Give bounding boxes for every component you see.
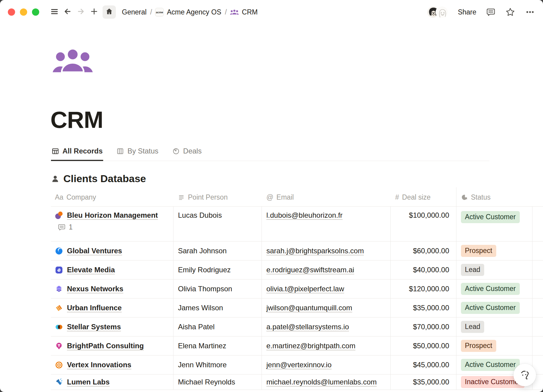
email-link[interactable]: jwilson@quantumquill.com xyxy=(266,304,352,312)
email-cell[interactable]: sarah.j@brightsparksolns.com xyxy=(262,242,390,260)
zoom-window-button[interactable] xyxy=(32,8,39,16)
page-icon-group[interactable] xyxy=(52,48,94,76)
deal-size-cell[interactable]: $100,000.00 xyxy=(390,207,456,241)
table-row[interactable]: Nexus Networks Olivia Thompson olivia.t@… xyxy=(51,279,543,298)
company-name-link[interactable]: Nexus Networks xyxy=(67,285,123,293)
table-row[interactable]: Vertex Innovations Jenn Whitmore jenn@ve… xyxy=(51,355,543,374)
point-person-cell[interactable]: James Wilson xyxy=(173,299,262,317)
company-name-link[interactable]: Vertex Innovations xyxy=(67,361,131,369)
company-cell[interactable]: Nexus Networks xyxy=(51,280,173,298)
home-button[interactable] xyxy=(103,5,116,19)
tab-all-records[interactable]: All Records xyxy=(51,147,103,161)
status-cell[interactable]: Active Customer xyxy=(456,207,532,241)
deal-size-cell[interactable]: $45,000.00 xyxy=(390,356,456,374)
company-name-link[interactable]: Bleu Horizon Management xyxy=(67,211,158,220)
breadcrumb-item-workspace[interactable]: Acme Agency OS xyxy=(167,8,221,16)
new-page-button[interactable] xyxy=(87,5,101,19)
share-button[interactable]: Share xyxy=(458,8,476,16)
deal-size-cell[interactable]: $70,000.00 xyxy=(390,318,456,336)
deal-size-cell[interactable]: $35,000.00 xyxy=(390,299,456,317)
comment-indicator[interactable]: 1 xyxy=(55,223,158,231)
email-link[interactable]: l.dubois@bleuhorizon.fr xyxy=(266,211,343,220)
table-row[interactable]: Lumen Labs Michael Reynolds michael.reyn… xyxy=(51,374,543,390)
status-cell[interactable]: Active Customer xyxy=(456,299,532,317)
tab-deals[interactable]: Deals xyxy=(172,147,202,161)
email-link[interactable]: sarah.j@brightsparksolns.com xyxy=(266,247,364,255)
status-cell[interactable]: Lead xyxy=(456,261,532,279)
point-person-cell[interactable]: Sarah Johnson xyxy=(173,242,262,260)
deal-size-cell[interactable]: $60,000.00 xyxy=(390,242,456,260)
breadcrumb-item-general[interactable]: General xyxy=(122,8,147,16)
deal-size-cell[interactable]: $35,000.00 xyxy=(390,375,456,390)
company-cell[interactable]: Stellar Systems xyxy=(51,318,173,336)
more-options-button[interactable] xyxy=(525,7,535,17)
email-cell[interactable]: jwilson@quantumquill.com xyxy=(262,299,390,317)
tab-label: Deals xyxy=(183,147,202,155)
status-cell[interactable]: Prospect xyxy=(456,242,532,260)
company-cell[interactable]: Global Ventures xyxy=(51,242,173,260)
company-name-link[interactable]: BrightPath Consulting xyxy=(67,342,144,350)
notion-ai-button[interactable] xyxy=(513,364,536,386)
status-cell[interactable]: Lead xyxy=(456,318,532,336)
table-row[interactable]: Bleu Horizon Management 1 Lucas Dubois l… xyxy=(51,206,543,241)
comments-button[interactable] xyxy=(486,7,496,17)
email-cell[interactable]: e.rodriguez@swiftstream.ai xyxy=(262,261,390,279)
status-cell[interactable]: Active Customer xyxy=(456,280,532,298)
email-cell[interactable]: jenn@vertexinnov.io xyxy=(262,356,390,374)
point-person-cell[interactable]: Jenn Whitmore xyxy=(173,356,262,374)
table-row[interactable]: Global Ventures Sarah Johnson sarah.j@br… xyxy=(51,241,543,260)
plus-icon xyxy=(90,7,98,17)
avatar[interactable] xyxy=(436,6,448,18)
company-cell[interactable]: Lumen Labs xyxy=(51,375,173,390)
table-row[interactable]: Stellar Systems Aisha Patel a.patel@stel… xyxy=(51,317,543,336)
company-cell[interactable]: BrightPath Consulting xyxy=(51,337,173,355)
company-name-link[interactable]: Elevate Media xyxy=(67,266,115,274)
company-cell[interactable]: Bleu Horizon Management 1 xyxy=(51,207,173,241)
company-name-link[interactable]: Global Ventures xyxy=(67,247,122,255)
breadcrumb-item-crm[interactable]: CRM xyxy=(242,8,258,16)
point-person-cell[interactable]: Olivia Thompson xyxy=(173,280,262,298)
email-cell[interactable]: olivia.t@pixelperfect.law xyxy=(262,280,390,298)
company-name-link[interactable]: Urban Influence xyxy=(67,304,122,312)
table-row[interactable]: Urban Influence James Wilson jwilson@qua… xyxy=(51,298,543,317)
forward-button[interactable] xyxy=(74,5,87,19)
column-header-deal-size[interactable]: # Deal size xyxy=(390,193,456,201)
deal-size-cell[interactable]: $40,000.00 xyxy=(390,261,456,279)
company-cell[interactable]: Elevate Media xyxy=(51,261,173,279)
back-button[interactable] xyxy=(61,5,74,19)
collaborator-avatars xyxy=(427,6,448,18)
column-header-status[interactable]: Status xyxy=(456,193,532,201)
deal-size-cell[interactable]: $50,000.00 xyxy=(390,337,456,355)
company-name-link[interactable]: Stellar Systems xyxy=(67,323,121,331)
status-cell[interactable]: Prospect xyxy=(456,337,532,355)
point-person-cell[interactable]: Emily Rodriguez xyxy=(173,261,262,279)
column-header-point-person[interactable]: Point Person xyxy=(173,193,262,201)
point-person-cell[interactable]: Lucas Dubois xyxy=(173,207,262,241)
point-person-cell[interactable]: Elena Martinez xyxy=(173,337,262,355)
company-cell[interactable]: Urban Influence xyxy=(51,299,173,317)
email-link[interactable]: e.martinez@brightpath.com xyxy=(266,342,355,350)
email-cell[interactable]: a.patel@stellarsystems.io xyxy=(262,318,390,336)
tab-by-status[interactable]: By Status xyxy=(116,147,159,161)
email-link[interactable]: michael.reynolds@lumenlabs.com xyxy=(266,378,377,386)
point-person-cell[interactable]: Michael Reynolds xyxy=(173,375,262,390)
email-cell[interactable]: e.martinez@brightpath.com xyxy=(262,337,390,355)
email-cell[interactable]: michael.reynolds@lumenlabs.com xyxy=(262,375,390,390)
close-window-button[interactable] xyxy=(8,8,15,16)
table-row[interactable]: BrightPath Consulting Elena Martinez e.m… xyxy=(51,336,543,355)
email-link[interactable]: jenn@vertexinnov.io xyxy=(266,361,332,369)
column-header-company[interactable]: Aa Company xyxy=(51,193,173,201)
column-header-email[interactable]: @ Email xyxy=(262,193,390,201)
table-row[interactable]: Elevate Media Emily Rodriguez e.rodrigue… xyxy=(51,260,543,279)
email-link[interactable]: a.patel@stellarsystems.io xyxy=(266,323,349,331)
email-link[interactable]: e.rodriguez@swiftstream.ai xyxy=(266,266,354,274)
sidebar-menu-button[interactable] xyxy=(48,5,61,19)
company-cell[interactable]: Vertex Innovations xyxy=(51,356,173,374)
point-person-cell[interactable]: Aisha Patel xyxy=(173,318,262,336)
favorite-button[interactable] xyxy=(505,7,515,17)
minimize-window-button[interactable] xyxy=(20,8,27,16)
email-link[interactable]: olivia.t@pixelperfect.law xyxy=(266,285,344,293)
email-cell[interactable]: l.dubois@bleuhorizon.fr xyxy=(262,207,390,241)
company-name-link[interactable]: Lumen Labs xyxy=(67,378,110,386)
deal-size-cell[interactable]: $120,000.00 xyxy=(390,280,456,298)
